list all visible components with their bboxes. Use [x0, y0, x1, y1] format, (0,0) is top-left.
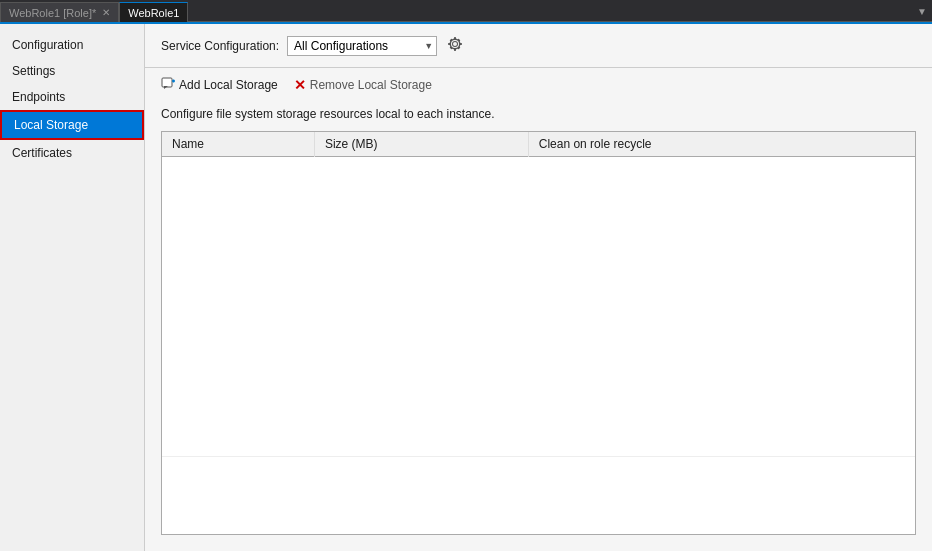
- service-config-label: Service Configuration:: [161, 39, 279, 53]
- add-local-storage-label: Add Local Storage: [179, 78, 278, 92]
- table-empty-row: [162, 157, 915, 457]
- sidebar-item-settings[interactable]: Settings: [0, 58, 144, 84]
- sidebar: Configuration Settings Endpoints Local S…: [0, 24, 145, 551]
- service-config-select-wrapper: All Configurations Cloud Local ▼: [287, 36, 437, 56]
- tab-webrole1-role[interactable]: WebRole1 [Role]* ✕: [0, 2, 119, 22]
- service-config-bar: Service Configuration: All Configuration…: [145, 24, 932, 68]
- storage-table: Name Size (MB) Clean on role recycle: [162, 132, 915, 457]
- tab-bar: WebRole1 [Role]* ✕ WebRole1 ▼: [0, 0, 932, 22]
- main-area: Configuration Settings Endpoints Local S…: [0, 22, 932, 551]
- col-clean: Clean on role recycle: [528, 132, 915, 157]
- toolbar: Add Local Storage ✕ Remove Local Storage: [145, 68, 932, 101]
- content-panel: Service Configuration: All Configuration…: [145, 24, 932, 551]
- col-name: Name: [162, 132, 314, 157]
- svg-rect-0: [162, 78, 172, 87]
- sidebar-item-certificates[interactable]: Certificates: [0, 140, 144, 166]
- sidebar-item-endpoints[interactable]: Endpoints: [0, 84, 144, 110]
- table-header-row: Name Size (MB) Clean on role recycle: [162, 132, 915, 157]
- add-icon: [161, 76, 175, 93]
- description-text: Configure file system storage resources …: [145, 101, 932, 131]
- remove-local-storage-button[interactable]: ✕ Remove Local Storage: [294, 77, 432, 93]
- sidebar-item-local-storage[interactable]: Local Storage: [0, 110, 144, 140]
- table-body: [162, 157, 915, 457]
- tab-webrole1-role-close[interactable]: ✕: [102, 7, 110, 18]
- tab-webrole1-role-label: WebRole1 [Role]*: [9, 7, 96, 19]
- col-size: Size (MB): [314, 132, 528, 157]
- config-gear-icon[interactable]: [445, 34, 465, 57]
- tab-webrole1-label: WebRole1: [128, 7, 179, 19]
- add-local-storage-button[interactable]: Add Local Storage: [161, 76, 278, 93]
- sidebar-item-configuration[interactable]: Configuration: [0, 32, 144, 58]
- storage-table-wrapper: Name Size (MB) Clean on role recycle: [161, 131, 916, 535]
- remove-icon: ✕: [294, 77, 306, 93]
- service-config-select[interactable]: All Configurations Cloud Local: [287, 36, 437, 56]
- tab-overflow-button[interactable]: ▼: [912, 2, 932, 22]
- tab-webrole1[interactable]: WebRole1: [119, 2, 188, 22]
- remove-local-storage-label: Remove Local Storage: [310, 78, 432, 92]
